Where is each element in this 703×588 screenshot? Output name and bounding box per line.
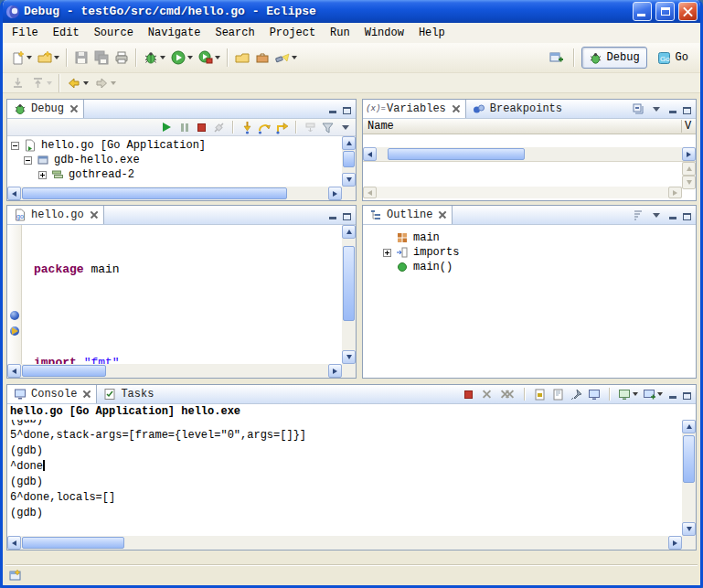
minimize-button[interactable] xyxy=(633,2,652,21)
scrollbar-thumb[interactable] xyxy=(22,537,124,549)
menu-help[interactable]: Help xyxy=(411,25,453,41)
scroll-down-button[interactable] xyxy=(342,350,356,364)
close-button[interactable] xyxy=(678,2,698,21)
open-folder-button[interactable] xyxy=(232,47,252,69)
forward-button[interactable] xyxy=(91,75,119,91)
next-annotation-button[interactable] xyxy=(27,75,55,91)
fast-view-icon[interactable] xyxy=(8,568,23,583)
maximize-button[interactable] xyxy=(655,2,675,21)
variables-empty-area[interactable] xyxy=(363,134,696,147)
drop-to-frame-button[interactable] xyxy=(303,120,318,134)
close-icon[interactable] xyxy=(91,211,98,219)
collapse-expander-icon[interactable] xyxy=(11,142,19,150)
expand-expander-icon[interactable] xyxy=(38,171,47,179)
step-over-button[interactable] xyxy=(257,120,272,134)
pin-console-button[interactable] xyxy=(569,387,584,401)
expand-expander-icon[interactable] xyxy=(383,249,391,257)
outline-view-menu[interactable] xyxy=(648,208,664,222)
variables-view-menu[interactable] xyxy=(648,102,664,116)
close-icon[interactable] xyxy=(453,105,460,112)
show-console-on-output-button[interactable] xyxy=(587,387,602,401)
debug-view-menu[interactable] xyxy=(337,120,353,134)
remove-all-launches-button[interactable] xyxy=(497,387,517,401)
console-vertical-scrollbar[interactable] xyxy=(682,420,696,536)
menu-run[interactable]: Run xyxy=(323,25,357,41)
detail-vertical-scrollbar[interactable] xyxy=(682,162,696,187)
scroll-left-button[interactable] xyxy=(7,364,21,378)
detail-horizontal-scrollbar[interactable] xyxy=(363,187,682,198)
scroll-left-button[interactable] xyxy=(7,187,21,200)
debug-tree[interactable]: hello.go [Go Application] gdb-hello.exe … xyxy=(7,136,342,187)
scroll-left-button[interactable] xyxy=(363,147,377,161)
toolbox-button[interactable] xyxy=(252,47,272,69)
minimize-view-icon[interactable] xyxy=(326,209,338,221)
scroll-right-button[interactable] xyxy=(668,536,682,550)
code-area[interactable]: package main import "fmt" func main() { … xyxy=(23,225,342,364)
resume-button[interactable] xyxy=(159,120,175,134)
editor-vertical-scrollbar[interactable] xyxy=(342,225,356,364)
open-console-button[interactable] xyxy=(642,387,664,401)
menu-project[interactable]: Project xyxy=(262,25,323,41)
new-project-button[interactable] xyxy=(35,47,62,69)
step-filters-button[interactable] xyxy=(320,120,336,134)
maximize-view-icon[interactable] xyxy=(341,103,353,115)
outline-row[interactable]: main() xyxy=(383,260,696,274)
scrollbar-thumb[interactable] xyxy=(22,365,106,377)
scroll-down-button[interactable] xyxy=(682,522,696,536)
terminate-console-button[interactable] xyxy=(461,387,476,401)
debug-horizontal-scrollbar[interactable] xyxy=(7,187,342,200)
menu-search[interactable]: Search xyxy=(208,25,261,41)
perspective-go-button[interactable]: Go Go xyxy=(650,47,696,69)
debug-tree-row[interactable]: gdb-hello.exe xyxy=(7,153,342,167)
tab-debug[interactable]: Debug xyxy=(7,100,84,118)
last-edit-location-button[interactable] xyxy=(7,75,27,91)
menu-file[interactable]: File xyxy=(5,25,46,41)
menu-edit[interactable]: Edit xyxy=(46,25,87,41)
scroll-right-button[interactable] xyxy=(328,187,342,200)
scrollbar-thumb[interactable] xyxy=(388,148,525,160)
title-bar[interactable]: Debug - testGo/src/cmd/hello.go - Eclips… xyxy=(3,0,700,23)
scroll-right-button[interactable] xyxy=(682,147,696,161)
tab-console[interactable]: Console xyxy=(7,385,97,403)
minimize-view-icon[interactable] xyxy=(666,103,678,115)
print-button[interactable] xyxy=(112,47,132,69)
outline-tree[interactable]: main imports main() xyxy=(363,225,696,378)
collapse-all-icon[interactable] xyxy=(630,102,645,116)
terminate-button[interactable] xyxy=(194,120,209,134)
perspective-debug-button[interactable]: Debug xyxy=(581,47,647,69)
scrollbar-thumb[interactable] xyxy=(343,246,355,321)
code-line[interactable]: package main xyxy=(34,262,342,277)
scrollbar-thumb[interactable] xyxy=(22,187,287,199)
display-selected-console-button[interactable] xyxy=(617,387,639,401)
debug-vertical-scrollbar[interactable] xyxy=(342,136,356,187)
tab-outline[interactable]: Outline xyxy=(363,206,453,224)
suspend-button[interactable] xyxy=(176,120,192,134)
maximize-view-icon[interactable] xyxy=(341,209,353,221)
remove-launch-button[interactable] xyxy=(479,387,495,401)
step-into-button[interactable] xyxy=(240,120,255,134)
debug-toolbar-button[interactable] xyxy=(141,47,168,69)
minimize-view-icon[interactable] xyxy=(666,389,678,401)
search-toolbar-button[interactable] xyxy=(272,47,300,69)
variables-horizontal-scrollbar[interactable] xyxy=(363,147,696,161)
back-button[interactable] xyxy=(64,75,91,91)
menu-window[interactable]: Window xyxy=(357,25,411,41)
code-line[interactable] xyxy=(34,308,342,324)
new-wizard-button[interactable] xyxy=(7,47,35,69)
scroll-left-button[interactable] xyxy=(7,536,21,550)
maximize-view-icon[interactable] xyxy=(681,389,693,401)
scrollbar-thumb[interactable] xyxy=(683,435,695,483)
tab-hello-go[interactable]: go hello.go xyxy=(7,206,104,224)
menu-source[interactable]: Source xyxy=(87,25,141,41)
tab-variables[interactable]: (x)= Variables xyxy=(363,100,466,118)
scrollbar-thumb[interactable] xyxy=(343,151,355,167)
scroll-right-button[interactable] xyxy=(328,364,342,378)
outline-row[interactable]: imports xyxy=(383,245,696,260)
collapse-expander-icon[interactable] xyxy=(24,156,32,165)
minimize-view-icon[interactable] xyxy=(666,209,678,221)
column-value[interactable]: V xyxy=(681,120,696,133)
debug-tree-row[interactable]: gothread-2 xyxy=(7,167,342,182)
outline-body[interactable]: main imports main() xyxy=(363,225,696,378)
scroll-up-button[interactable] xyxy=(682,420,696,433)
close-icon[interactable] xyxy=(83,390,91,398)
